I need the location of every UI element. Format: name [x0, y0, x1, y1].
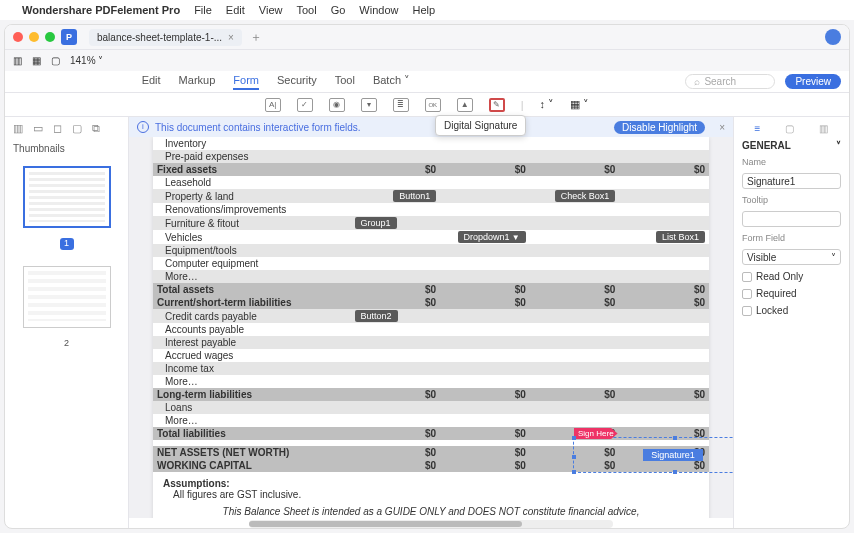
disable-highlight-button[interactable]: Disable Highlight	[614, 121, 705, 134]
row-more-ll: More…	[153, 414, 351, 427]
titlebar: P balance-sheet-template-1-... × ＋	[5, 25, 849, 49]
page-view-icon[interactable]: ▢	[51, 55, 60, 66]
preview-button[interactable]: Preview	[785, 74, 841, 89]
thumbnail-page-2[interactable]	[23, 266, 111, 328]
tab-security[interactable]: Security	[277, 74, 317, 90]
menu-edit[interactable]: Edit	[226, 4, 245, 16]
form-checkbox1[interactable]: Check Box1	[555, 190, 616, 202]
row-renov: Renovations/improvements	[153, 203, 351, 216]
row-leasehold: Leasehold	[153, 176, 351, 189]
menu-go[interactable]: Go	[331, 4, 346, 16]
clip-tab-icon[interactable]: ⧉	[92, 122, 100, 135]
page-number-1: 1	[60, 238, 74, 250]
radio-field-icon[interactable]: ◉	[329, 98, 345, 112]
search-input[interactable]: ⌕Search	[685, 74, 775, 89]
tab-markup[interactable]: Markup	[179, 74, 216, 90]
zoom-icon[interactable]	[45, 32, 55, 42]
form-dropdown1[interactable]: Dropdown1	[458, 231, 526, 243]
chevron-down-icon: ˅	[98, 55, 103, 66]
chevron-down-icon: ˅	[831, 252, 836, 262]
search-icon: ⌕	[694, 76, 700, 87]
bookmark-icon[interactable]: ◻	[53, 122, 62, 135]
properties-tab-icon[interactable]: ≡	[755, 123, 761, 134]
image-field-icon[interactable]: ▲	[457, 98, 473, 112]
close-icon[interactable]	[13, 32, 23, 42]
form-button2[interactable]: Button2	[355, 310, 398, 322]
document-viewport[interactable]: Inventory Pre-paid expenses Fixed assets…	[129, 137, 733, 518]
footer-line-2: please verify and discuss your financial…	[153, 517, 709, 518]
grid-view-icon[interactable]: ▦	[32, 55, 41, 66]
signature-field-icon[interactable]: ✎	[489, 98, 505, 112]
row-equip: Equipment/tools	[153, 244, 351, 257]
form-listbox1[interactable]: List Box1	[656, 231, 705, 243]
thumbnail-page-1[interactable]	[23, 166, 111, 228]
tab-tool[interactable]: Tool	[335, 74, 355, 90]
ok-button-field-icon[interactable]: OK	[425, 98, 441, 112]
tab-form[interactable]: Form	[233, 74, 259, 90]
row-net: NET ASSETS (NET WORTH)	[153, 446, 351, 459]
row-cur-liab: Current/short-term liabilities	[153, 296, 351, 309]
document-tab[interactable]: balance-sheet-template-1-... ×	[89, 29, 242, 46]
tab-close-icon[interactable]: ×	[228, 32, 234, 43]
form-button1[interactable]: Button1	[393, 190, 436, 202]
bookmarks-tab-icon[interactable]: ▭	[33, 122, 43, 135]
form-tool-row: A| ✓ ◉ ▾ ≣ OK ▲ ✎ | ↕ ˅ ▦ ˅ Digital Sign…	[5, 93, 849, 117]
new-tab-button[interactable]: ＋	[250, 29, 262, 46]
sign-here-tag: Sign Here	[574, 428, 618, 439]
more-tools-icon[interactable]: ▦ ˅	[570, 98, 589, 111]
row-accpay: Accounts payable	[153, 323, 351, 336]
app-logo-icon: P	[61, 29, 77, 45]
scrollbar-thumb[interactable]	[249, 521, 522, 527]
checkbox-field-icon[interactable]: ✓	[297, 98, 313, 112]
menu-help[interactable]: Help	[412, 4, 435, 16]
input-tooltip[interactable]	[742, 211, 841, 227]
row-fixed: Fixed assets	[153, 163, 351, 176]
label-tooltip: Tooltip	[742, 195, 841, 205]
notice-close-icon[interactable]: ×	[719, 122, 725, 133]
actions-tab-icon[interactable]: ▥	[819, 123, 828, 134]
assumptions-heading: Assumptions:	[163, 478, 699, 489]
row-comp: Computer equipment	[153, 257, 351, 270]
align-tool-icon[interactable]: ↕ ˅	[540, 98, 555, 111]
zoom-dropdown[interactable]: 141% ˅	[70, 55, 103, 66]
row-wc: WORKING CAPITAL	[153, 459, 351, 472]
tab-edit[interactable]: Edit	[142, 74, 161, 90]
select-formfield[interactable]: Visible˅	[742, 249, 841, 265]
label-formfield: Form Field	[742, 233, 841, 243]
signature-field[interactable]: Sign Here Signature1	[573, 437, 733, 473]
list-field-icon[interactable]: ≣	[393, 98, 409, 112]
menu-view[interactable]: View	[259, 4, 283, 16]
menu-tool[interactable]: Tool	[296, 4, 316, 16]
form-group1[interactable]: Group1	[355, 217, 397, 229]
attachment-tab-icon[interactable]: ▢	[72, 122, 82, 135]
text-field-icon[interactable]: A|	[265, 98, 281, 112]
row-inventory: Inventory	[153, 137, 351, 150]
minimize-icon[interactable]	[29, 32, 39, 42]
info-icon: i	[137, 121, 149, 133]
thumbnails-tab-icon[interactable]: ▥	[13, 122, 23, 135]
divider: |	[521, 99, 524, 111]
main-toolbar: Edit Markup Form Security Tool Batch ˅ ⌕…	[5, 71, 849, 93]
user-avatar-icon[interactable]	[825, 29, 841, 45]
row-furn: Furniture & fitout	[153, 216, 351, 230]
row-prepaid: Pre-paid expenses	[153, 150, 351, 163]
appearance-tab-icon[interactable]: ▢	[785, 123, 794, 134]
row-lt-liab: Long-term liabilities	[153, 388, 351, 401]
app-name[interactable]: Wondershare PDFelement Pro	[22, 4, 180, 16]
checkbox-required[interactable]: Required	[742, 288, 841, 299]
sidebar-toggle-icon[interactable]: ▥	[13, 55, 22, 66]
input-name[interactable]: Signature1	[742, 173, 841, 189]
chevron-down-icon[interactable]: ˅	[836, 140, 841, 151]
row-intpay: Interest payable	[153, 336, 351, 349]
row-more-cl: More…	[153, 375, 351, 388]
menu-window[interactable]: Window	[359, 4, 398, 16]
horizontal-scrollbar[interactable]	[249, 520, 613, 528]
row-property: Property & land	[153, 189, 351, 203]
checkbox-locked[interactable]: Locked	[742, 305, 841, 316]
row-loans: Loans	[153, 401, 351, 414]
combo-field-icon[interactable]: ▾	[361, 98, 377, 112]
tab-batch[interactable]: Batch ˅	[373, 74, 410, 90]
menu-file[interactable]: File	[194, 4, 212, 16]
quick-toolbar: ▥ ▦ ▢ 141% ˅	[5, 49, 849, 71]
checkbox-readonly[interactable]: Read Only	[742, 271, 841, 282]
